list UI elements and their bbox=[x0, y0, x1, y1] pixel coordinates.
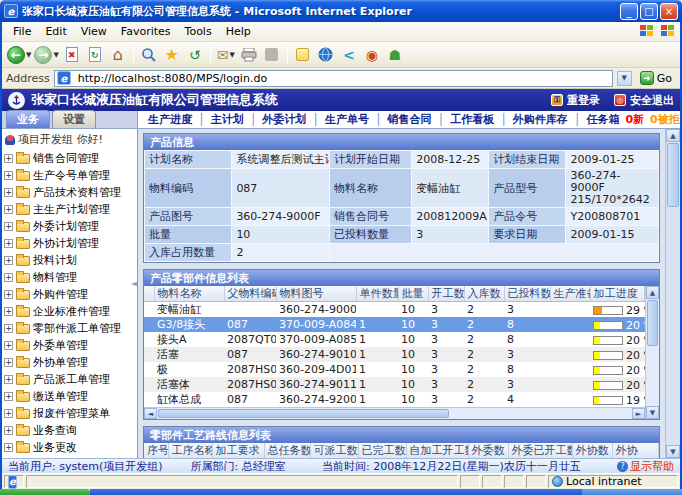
expand-icon[interactable]: + bbox=[4, 171, 13, 180]
close-button[interactable]: × bbox=[660, 3, 678, 20]
tab-settings[interactable]: 设置 bbox=[52, 110, 96, 128]
scroll-down-icon[interactable]: ▼ bbox=[666, 445, 680, 458]
nav-production-progress[interactable]: 生产进度 bbox=[148, 112, 192, 127]
sidebar-item-coop-plan[interactable]: +外协计划管理 bbox=[4, 235, 137, 252]
expand-icon[interactable]: + bbox=[4, 375, 13, 384]
menu-file[interactable]: File bbox=[6, 23, 38, 40]
address-input[interactable]: e http://localhost:8080/MPS/login.do bbox=[54, 70, 613, 87]
expand-icon[interactable]: + bbox=[4, 154, 13, 163]
menu-edit[interactable]: Edit bbox=[38, 23, 73, 40]
col-header[interactable]: 生产准备 bbox=[550, 286, 590, 302]
col-header[interactable]: 外协数 bbox=[572, 443, 612, 458]
windows-taskbar[interactable] bbox=[0, 489, 682, 495]
sidebar-collapse-handle[interactable]: ◄ bbox=[131, 279, 137, 288]
sidebar-item-task-box[interactable]: +任务箱 bbox=[4, 456, 137, 458]
col-header[interactable]: 已完工数 bbox=[358, 443, 406, 458]
col-header[interactable]: 父物料编码 bbox=[224, 286, 276, 302]
table-row[interactable]: 极2087HS002360-209-4D010110328 20 % bbox=[144, 362, 645, 377]
show-help-link[interactable]: ? 显示帮助 bbox=[617, 459, 674, 474]
scrollbar-thumb[interactable] bbox=[647, 300, 658, 346]
expand-icon[interactable]: + bbox=[4, 188, 13, 197]
main-vertical-scrollbar[interactable]: ▲ ▼ bbox=[665, 129, 680, 458]
scroll-down-icon[interactable]: ▼ bbox=[646, 406, 659, 419]
col-header[interactable]: 加工要求 bbox=[212, 443, 264, 458]
expand-icon[interactable]: + bbox=[4, 443, 13, 452]
sidebar-item-delivery-order[interactable]: +缴送单管理 bbox=[4, 388, 137, 405]
nav-master-plan[interactable]: 主计划 bbox=[211, 112, 244, 127]
expand-icon[interactable]: + bbox=[4, 222, 13, 231]
sidebar-item-coop-order[interactable]: +外协单管理 bbox=[4, 354, 137, 371]
menu-favorites[interactable]: Favorites bbox=[114, 23, 178, 40]
col-header[interactable]: 单件数量 bbox=[356, 286, 398, 302]
go-button[interactable]: ➜ Go bbox=[636, 69, 676, 87]
sidebar-item-prod-order[interactable]: +生产令号单管理 bbox=[4, 167, 137, 184]
table-row[interactable]: 接头A2087QT002370-009-A0850110328 20 % bbox=[144, 332, 645, 347]
parts-vertical-scrollbar[interactable]: ▲ ▼ bbox=[645, 286, 659, 419]
nav-production-order[interactable]: 生产单号 bbox=[325, 112, 369, 127]
table-row[interactable]: 变幅油缸360-274-9000F10323 29 % bbox=[144, 302, 645, 318]
col-header[interactable]: 总任务数 bbox=[264, 443, 310, 458]
stop-button[interactable]: ✖ bbox=[62, 44, 82, 66]
col-header[interactable]: 自加工开工数 bbox=[406, 443, 468, 458]
expand-icon[interactable]: + bbox=[4, 307, 13, 316]
horizontal-scrollbar[interactable]: ◄ ► bbox=[144, 407, 645, 419]
sidebar-item-business-change[interactable]: +业务更改 bbox=[4, 439, 137, 456]
sidebar-item-business-query[interactable]: +业务查询 bbox=[4, 422, 137, 439]
expand-icon[interactable]: + bbox=[4, 409, 13, 418]
col-header[interactable]: 外委已开工数 bbox=[508, 443, 572, 458]
messenger-icon[interactable]: < bbox=[339, 44, 359, 66]
print-button[interactable] bbox=[239, 44, 259, 66]
history-button[interactable]: ↺ bbox=[185, 44, 205, 66]
scroll-right-icon[interactable]: ► bbox=[632, 408, 645, 419]
relogin-button[interactable]: ⚿ 重登录 bbox=[551, 93, 600, 108]
home-button[interactable]: ⌂ bbox=[108, 44, 128, 66]
col-header[interactable]: 外协 bbox=[612, 443, 659, 458]
sidebar-item-feeding-plan[interactable]: +投料计划 bbox=[4, 252, 137, 269]
forward-button[interactable]: →▼ bbox=[34, 44, 58, 66]
expand-icon[interactable]: + bbox=[4, 324, 13, 333]
expand-icon[interactable]: + bbox=[4, 290, 13, 299]
expand-icon[interactable]: + bbox=[4, 205, 13, 214]
col-header[interactable]: 物料图号 bbox=[276, 286, 356, 302]
menu-view[interactable]: View bbox=[74, 23, 114, 40]
sidebar-item-standard-parts[interactable]: +企业标准件管理 bbox=[4, 303, 137, 320]
sidebar-item-outsource-plan[interactable]: +外委计划管理 bbox=[4, 218, 137, 235]
discuss-button[interactable] bbox=[293, 44, 313, 66]
expand-icon[interactable]: + bbox=[4, 256, 13, 265]
sidebar-item-purchased-mgmt[interactable]: +外购件管理 bbox=[4, 286, 137, 303]
col-header[interactable]: 可派工数 bbox=[310, 443, 358, 458]
table-row[interactable]: 缸体总成087360-274-9200F110324 19 % bbox=[144, 392, 645, 407]
mail-button[interactable]: ✉▼ bbox=[216, 44, 236, 66]
col-header[interactable]: 工序名称 bbox=[168, 443, 212, 458]
back-button[interactable]: ←▼ bbox=[7, 44, 31, 66]
scroll-left-icon[interactable]: ◄ bbox=[144, 408, 157, 419]
expand-icon[interactable]: + bbox=[4, 341, 13, 350]
address-dropdown-button[interactable]: ▼ bbox=[617, 71, 632, 86]
sidebar-item-parts-dispatch[interactable]: +零部件派工单管理 bbox=[4, 320, 137, 337]
nav-task-box[interactable]: 任务箱 bbox=[586, 112, 619, 127]
col-header[interactable]: 物料名称 bbox=[154, 286, 224, 302]
contacts-icon[interactable]: ☗ bbox=[385, 44, 405, 66]
col-header[interactable]: 序号 bbox=[144, 443, 168, 458]
globe-icon[interactable] bbox=[316, 44, 336, 66]
sidebar-item-scrap-menu[interactable]: +报废件管理菜单 bbox=[4, 405, 137, 422]
col-header[interactable]: 批量 bbox=[398, 286, 428, 302]
refresh-button[interactable]: ↻ bbox=[85, 44, 105, 66]
favorites-button[interactable]: ★ bbox=[162, 44, 182, 66]
expand-icon[interactable]: + bbox=[4, 273, 13, 282]
nav-sales-contract[interactable]: 销售合同 bbox=[388, 112, 432, 127]
expand-icon[interactable]: + bbox=[4, 239, 13, 248]
sidebar-item-master-plan[interactable]: +主生产计划管理 bbox=[4, 201, 137, 218]
table-row[interactable]: 活塞体2087HS002360-274-9011W110323 20 % bbox=[144, 377, 645, 392]
scroll-up-icon[interactable]: ▲ bbox=[666, 129, 680, 142]
menu-tools[interactable]: Tools bbox=[178, 23, 219, 40]
col-header[interactable]: 加工进度 bbox=[590, 286, 645, 302]
sidebar-item-outsource-order[interactable]: +外委单管理 bbox=[4, 337, 137, 354]
maximize-button[interactable]: □ bbox=[640, 3, 658, 20]
nav-outsourcing-plan[interactable]: 外委计划 bbox=[262, 112, 306, 127]
col-header[interactable]: 入库数 bbox=[464, 286, 504, 302]
edit-button[interactable] bbox=[262, 44, 282, 66]
scrollbar-thumb[interactable] bbox=[667, 143, 679, 207]
nav-work-board[interactable]: 工作看板 bbox=[450, 112, 494, 127]
menu-help[interactable]: Help bbox=[219, 23, 258, 40]
